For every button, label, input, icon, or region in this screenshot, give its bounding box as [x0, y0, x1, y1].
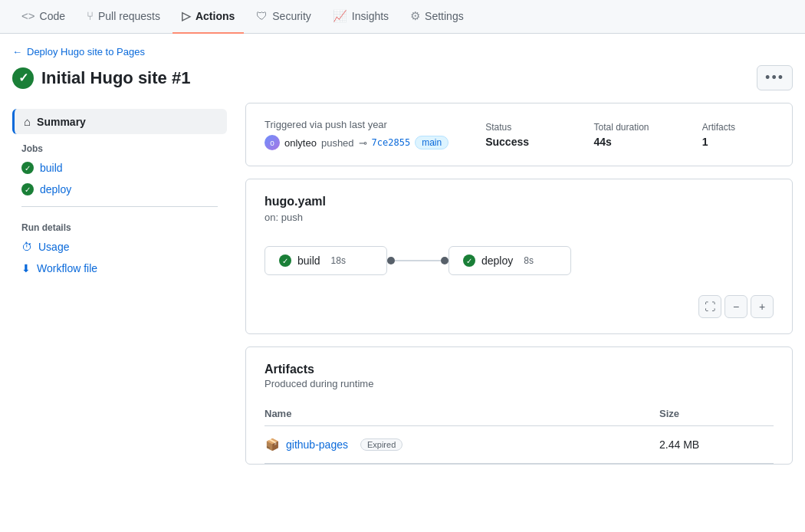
sidebar: ⌂ Summary Jobs ✓ build ✓ deploy Run deta… [12, 103, 227, 465]
workflow-card-inner: hugo.yaml on: push ✓ build 18s [246, 179, 792, 333]
artifact-package-icon: 📦 [264, 437, 280, 452]
trigger-section: Triggered via push last year o onlyteo p… [264, 119, 449, 150]
sidebar-summary-label: Summary [37, 116, 86, 128]
sidebar-run-details-section: Run details [12, 213, 227, 236]
artifacts-table: Name Size 📦 github-pages Expired [264, 402, 774, 464]
build-node-success-icon: ✓ [279, 255, 291, 267]
sidebar-jobs-section: Jobs [12, 134, 227, 157]
home-icon: ⌂ [24, 115, 31, 128]
content-area: Triggered via push last year o onlyteo p… [245, 103, 793, 465]
more-options-button[interactable]: ••• [757, 65, 793, 90]
breadcrumb[interactable]: ← Deploy Hugo site to Pages [12, 46, 793, 57]
nav-code[interactable]: <> Code [12, 0, 74, 34]
workflow-connector [387, 257, 449, 264]
duration-value: 44s [593, 136, 665, 148]
sidebar-item-summary[interactable]: ⌂ Summary [12, 109, 227, 134]
username: onlyteo [284, 137, 317, 149]
insights-icon: 📈 [333, 9, 347, 23]
status-section: Status Success [485, 122, 557, 148]
top-navigation: <> Code ⑂ Pull requests ▷ Actions 🛡 Secu… [0, 0, 805, 34]
workflow-file-icon: ⬇ [21, 262, 31, 274]
artifacts-value: 1 [702, 136, 774, 148]
settings-icon: ⚙ [410, 9, 420, 23]
branch-badge: main [415, 136, 449, 149]
artifacts-card-inner: Artifacts Produced during runtime Name S… [246, 347, 792, 464]
status-value: Success [485, 136, 557, 148]
workflow-node-deploy[interactable]: ✓ deploy 8s [449, 246, 571, 275]
main-container: ⌂ Summary Jobs ✓ build ✓ deploy Run deta… [0, 90, 805, 477]
sidebar-job-deploy[interactable]: ✓ deploy [12, 179, 227, 200]
code-icon: <> [21, 9, 35, 22]
artifact-name-cell: 📦 github-pages Expired [264, 426, 659, 464]
artifacts-subtitle: Produced during runtime [264, 378, 774, 389]
build-node-label: build [297, 255, 320, 267]
usage-icon: ⏱ [21, 241, 32, 253]
artifacts-card: Artifacts Produced during runtime Name S… [245, 346, 793, 465]
workflow-node-build[interactable]: ✓ build 18s [264, 246, 387, 275]
workflow-trigger: on: push [264, 212, 774, 223]
page-title: ✓ Initial Hugo site #1 [12, 67, 190, 89]
sidebar-link-workflow-file[interactable]: ⬇ Workflow file [12, 258, 227, 279]
artifacts-col-name: Name [264, 402, 659, 426]
deploy-node-duration: 8s [524, 255, 534, 266]
nav-insights[interactable]: 📈 Insights [324, 0, 398, 34]
commit-hash[interactable]: 7ce2855 [372, 137, 411, 148]
diagram-fullscreen-button[interactable]: ⛶ [698, 295, 721, 318]
back-arrow-icon: ← [12, 46, 22, 57]
artifact-row: 📦 github-pages Expired 2.44 MB [264, 426, 774, 464]
connector-line [395, 260, 441, 261]
run-title: Initial Hugo site #1 [41, 68, 190, 88]
artifacts-section: Artifacts 1 [702, 122, 774, 148]
duration-section: Total duration 44s [593, 122, 665, 148]
page-header: ← Deploy Hugo site to Pages ✓ Initial Hu… [0, 34, 805, 90]
nav-settings[interactable]: ⚙ Settings [401, 0, 473, 34]
sidebar-job-build-label: build [40, 162, 63, 174]
trigger-card-inner: Triggered via push last year o onlyteo p… [246, 103, 792, 166]
breadcrumb-text: Deploy Hugo site to Pages [27, 46, 145, 57]
nav-pull-requests[interactable]: ⑂ Pull requests [77, 0, 169, 34]
artifact-name-link[interactable]: 📦 github-pages Expired [264, 437, 659, 452]
sidebar-usage-label: Usage [38, 241, 69, 253]
sidebar-divider [21, 206, 218, 207]
connector-dot-left [387, 257, 395, 264]
avatar: o [264, 135, 280, 150]
workflow-filename: hugo.yaml [264, 195, 774, 209]
nav-security[interactable]: 🛡 Security [247, 0, 320, 34]
build-success-icon: ✓ [21, 162, 34, 174]
trigger-row: o onlyteo pushed ⊸ 7ce2855 main [264, 135, 449, 150]
nav-actions[interactable]: ▷ Actions [172, 0, 244, 34]
connector-dot-right [441, 257, 449, 264]
artifacts-label: Artifacts [702, 122, 774, 133]
artifact-size: 2.44 MB [659, 426, 774, 464]
sidebar-job-build[interactable]: ✓ build [12, 157, 227, 179]
sidebar-job-deploy-label: deploy [40, 183, 71, 195]
diagram-zoom-out-button[interactable]: − [724, 295, 748, 318]
diagram-controls: ⛶ − + [264, 295, 774, 318]
pushed-text: pushed [321, 137, 354, 149]
commit-prefix-icon: ⊸ [359, 137, 367, 149]
status-label: Status [485, 122, 557, 133]
trigger-card: Triggered via push last year o onlyteo p… [245, 103, 793, 166]
artifacts-col-size: Size [659, 402, 774, 426]
page-title-row: ✓ Initial Hugo site #1 ••• [12, 65, 793, 90]
artifacts-title: Artifacts [264, 363, 774, 376]
duration-label: Total duration [593, 122, 665, 133]
sidebar-link-usage[interactable]: ⏱ Usage [12, 236, 227, 258]
security-icon: 🛡 [256, 9, 268, 22]
actions-icon: ▷ [182, 9, 191, 23]
pull-request-icon: ⑂ [87, 9, 94, 22]
sidebar-workflow-file-label: Workflow file [37, 262, 97, 274]
diagram-zoom-in-button[interactable]: + [751, 295, 774, 318]
workflow-diagram: ✓ build 18s ✓ deploy 8s [264, 238, 774, 283]
artifact-expired-badge: Expired [360, 438, 402, 451]
build-node-duration: 18s [331, 255, 346, 266]
workflow-card: hugo.yaml on: push ✓ build 18s [245, 179, 793, 334]
run-status-icon: ✓ [12, 67, 34, 89]
deploy-success-icon: ✓ [21, 183, 34, 195]
artifact-name: github-pages [286, 438, 348, 451]
trigger-info-text: Triggered via push last year [264, 119, 449, 130]
deploy-node-label: deploy [481, 255, 513, 267]
deploy-node-success-icon: ✓ [463, 255, 475, 267]
